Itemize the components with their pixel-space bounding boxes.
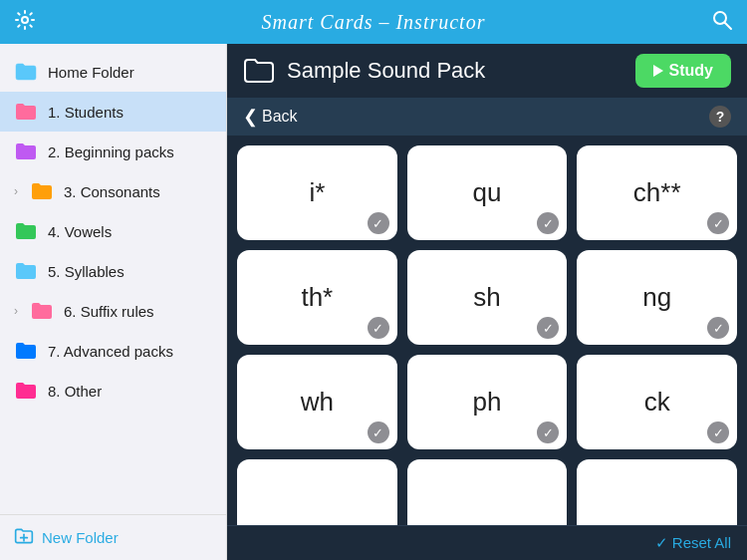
card-11[interactable] — [407, 459, 568, 525]
sidebar-item-label-vowels: 4. Vowels — [48, 223, 112, 240]
card-8-text: ph — [473, 387, 502, 418]
folder-icon-syllables — [14, 261, 38, 281]
folder-icon-vowels — [14, 221, 38, 241]
sidebar-item-label-students: 1. Students — [48, 104, 124, 121]
main-content: Sample Sound Pack Study ❮ Back ? i* ✓ qu — [227, 44, 747, 560]
card-7-text: wh — [301, 387, 334, 418]
card-3[interactable]: ch** ✓ — [577, 145, 737, 240]
card-5-check: ✓ — [537, 317, 559, 339]
card-5-text: sh — [473, 282, 500, 313]
card-3-text: ch** — [633, 177, 681, 208]
sidebar-item-consonants[interactable]: › 3. Consonants — [0, 171, 226, 211]
search-icon[interactable] — [711, 9, 733, 36]
reset-all-button[interactable]: ✓ Reset All — [655, 534, 731, 552]
folder-icon-other — [14, 381, 38, 401]
card-7[interactable]: wh ✓ — [237, 355, 397, 449]
card-4-check: ✓ — [368, 317, 389, 339]
study-button-label: Study — [669, 62, 713, 80]
pack-header: Sample Sound Pack Study — [227, 44, 747, 98]
back-label: Back — [262, 108, 298, 126]
card-1[interactable]: i* ✓ — [237, 145, 397, 240]
card-7-check: ✓ — [368, 421, 389, 443]
card-8[interactable]: ph ✓ — [407, 355, 568, 449]
card-4[interactable]: th* ✓ — [237, 250, 397, 345]
sidebar-item-label-advanced: 7. Advanced packs — [48, 343, 173, 360]
card-1-text: i* — [309, 177, 325, 208]
sidebar-item-label-beginning: 2. Beginning packs — [48, 143, 174, 160]
play-icon — [653, 65, 663, 77]
sidebar-item-advanced[interactable]: 7. Advanced packs — [0, 331, 226, 371]
sidebar-item-home[interactable]: Home Folder — [0, 52, 226, 92]
card-12[interactable] — [577, 459, 737, 525]
card-1-check: ✓ — [368, 212, 389, 234]
sidebar-item-beginning[interactable]: 2. Beginning packs — [0, 132, 226, 171]
sidebar-item-syllables[interactable]: 5. Syllables — [0, 251, 226, 291]
chevron-icon-suffix: › — [14, 304, 18, 318]
sidebar-item-label-other: 8. Other — [48, 383, 102, 400]
new-folder-icon — [14, 527, 34, 548]
sidebar-item-label-suffix: 6. Suffix rules — [64, 303, 154, 320]
app-header: Smart Cards – Instructor — [0, 0, 747, 44]
folder-icon-beginning — [14, 141, 38, 161]
card-2-check: ✓ — [537, 212, 559, 234]
sidebar-item-label-syllables: 5. Syllables — [48, 263, 124, 280]
folder-icon-students — [14, 102, 38, 122]
sidebar-items: Home Folder 1. Students 2. Beginni — [0, 44, 226, 514]
card-3-check: ✓ — [707, 212, 729, 234]
folder-icon-advanced — [14, 341, 38, 361]
card-9[interactable]: ck ✓ — [577, 355, 737, 449]
folder-icon-consonants — [30, 181, 54, 201]
sidebar: Home Folder 1. Students 2. Beginni — [0, 44, 227, 560]
svg-point-0 — [22, 17, 28, 23]
card-9-text: ck — [644, 387, 670, 418]
card-9-check: ✓ — [707, 421, 729, 443]
pack-title-area: Sample Sound Pack — [243, 58, 485, 84]
app-title: Smart Cards – Instructor — [262, 11, 486, 34]
card-5[interactable]: sh ✓ — [407, 250, 568, 345]
bottom-bar: ✓ Reset All — [227, 525, 747, 560]
pack-title: Sample Sound Pack — [287, 58, 485, 84]
card-6-text: ng — [642, 282, 671, 313]
new-folder-label: New Folder — [42, 529, 119, 546]
card-grid: i* ✓ qu ✓ ch** ✓ th* ✓ sh ✓ ng ✓ — [227, 136, 747, 525]
card-6-check: ✓ — [707, 317, 729, 339]
sidebar-item-label-consonants: 3. Consonants — [64, 183, 160, 200]
help-button[interactable]: ? — [709, 106, 731, 128]
sidebar-item-other[interactable]: 8. Other — [0, 371, 226, 411]
pack-folder-icon — [243, 58, 275, 84]
card-2-text: qu — [473, 177, 502, 208]
sidebar-item-suffix[interactable]: › 6. Suffix rules — [0, 291, 226, 331]
settings-icon[interactable] — [14, 9, 36, 36]
back-button[interactable]: ❮ Back — [243, 106, 298, 128]
folder-icon-home — [14, 62, 38, 82]
svg-line-2 — [725, 22, 732, 29]
sidebar-item-label-home: Home Folder — [48, 64, 134, 81]
card-4-text: th* — [301, 282, 333, 313]
back-arrow-icon: ❮ — [243, 106, 258, 128]
card-6[interactable]: ng ✓ — [577, 250, 737, 345]
sidebar-item-vowels[interactable]: 4. Vowels — [0, 211, 226, 251]
card-8-check: ✓ — [537, 421, 559, 443]
folder-icon-suffix — [30, 301, 54, 321]
study-button[interactable]: Study — [635, 54, 731, 88]
main-layout: Home Folder 1. Students 2. Beginni — [0, 44, 747, 560]
chevron-icon-consonants: › — [14, 184, 18, 198]
card-10[interactable] — [237, 459, 397, 525]
card-2[interactable]: qu ✓ — [407, 145, 568, 240]
sidebar-item-students[interactable]: 1. Students — [0, 92, 226, 132]
sub-header: ❮ Back ? — [227, 98, 747, 136]
sidebar-footer[interactable]: New Folder — [0, 514, 226, 560]
